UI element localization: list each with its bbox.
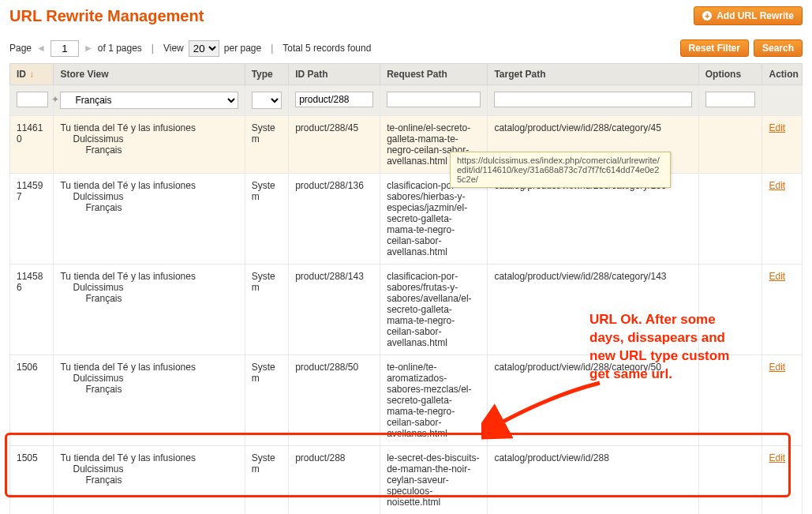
col-id-path[interactable]: ID Path [289,64,380,85]
filter-store-view-select[interactable]: Français [60,92,238,109]
cell-action: Edit [762,174,803,265]
col-type[interactable]: Type [245,64,288,85]
store-lvl1: Tu tienda del Té y las infusiones [60,180,238,191]
store-lvl3: Français [60,293,238,304]
filter-type-select[interactable] [252,92,282,109]
annotation-highlight-box [5,433,791,497]
pages-total: of 1 pages [98,43,142,54]
store-lvl2: Dulcissimus [60,191,238,202]
col-request-path[interactable]: Request Path [380,64,488,85]
total-records: Total 5 records found [283,43,371,54]
cell-options [698,116,762,174]
cell-store-view: Tu tienda del Té y las infusiones Dulcis… [54,174,245,265]
sort-desc-icon: ↓ [29,69,34,80]
store-lvl1: Tu tienda del Té y las infusiones [60,362,238,373]
filter-request-path-input[interactable] [387,92,481,107]
cell-id-path: product/288/136 [289,174,380,265]
cell-type: System [245,174,288,265]
tooltip: https://dulcissimus.es/index.php/comerci… [450,152,671,188]
cell-id: 114597 [10,174,54,265]
per-page-label: per page [224,43,261,54]
cell-type: System [245,265,288,355]
search-button[interactable]: Search [754,39,803,57]
edit-link[interactable]: Edit [769,271,785,282]
cell-action: Edit [762,265,803,355]
range-icon[interactable]: ✦ [51,94,59,105]
cell-action: Edit [762,116,803,174]
store-lvl1: Tu tienda del Té y las infusiones [60,122,238,133]
page-title: URL Rewrite Management [9,7,204,25]
cell-id-path: product/288/45 [289,116,380,174]
filter-target-path-input[interactable] [494,92,691,107]
add-button-label: Add URL Rewrite [717,10,794,21]
store-lvl1: Tu tienda del Té y las infusiones [60,271,238,282]
cell-type: System [245,116,288,174]
table-row[interactable]: 114610 Tu tienda del Té y las infusiones… [10,116,803,174]
col-options[interactable]: Options [698,64,762,85]
col-id[interactable]: ID↓ [10,64,54,85]
cell-id-path: product/288/143 [289,265,380,355]
page-label: Page [9,43,32,54]
grid-toolbar: Page ◄ ► of 1 pages | View 20 per page |… [9,39,803,57]
view-label: View [163,43,184,54]
prev-page-icon[interactable]: ◄ [36,43,46,54]
filter-options-input[interactable] [705,92,756,107]
cell-options [698,174,762,265]
store-lvl2: Dulcissimus [60,373,238,384]
store-lvl3: Français [60,144,238,156]
filter-id-path-input[interactable] [295,92,373,107]
store-lvl3: Français [60,384,238,395]
store-lvl2: Dulcissimus [60,282,238,293]
table-row[interactable]: 114597 Tu tienda del Té y las infusiones… [10,174,803,265]
cell-id: 114586 [10,265,54,355]
store-lvl2: Dulcissimus [60,133,238,144]
plus-icon: + [702,11,712,21]
filter-id-input[interactable] [17,92,48,107]
edit-link[interactable]: Edit [769,180,785,191]
next-page-icon[interactable]: ► [84,43,93,54]
cell-store-view: Tu tienda del Té y las infusiones Dulcis… [54,265,245,355]
store-lvl3: Français [60,202,238,213]
annotation-text: URL Ok. After some days, dissapears and … [589,311,729,384]
cell-store-view: Tu tienda del Té y las infusiones Dulcis… [54,116,245,174]
edit-link[interactable]: Edit [769,362,785,373]
page-input[interactable] [51,40,79,57]
cell-id: 114610 [10,116,54,174]
edit-link[interactable]: Edit [769,122,785,133]
add-url-rewrite-button[interactable]: + Add URL Rewrite [694,6,803,25]
annotation-arrow-icon [481,379,608,442]
reset-filter-button[interactable]: Reset Filter [680,39,749,57]
per-page-select[interactable]: 20 [189,40,219,57]
col-target-path[interactable]: Target Path [488,64,698,85]
col-store-view[interactable]: Store View [54,64,245,85]
cell-request-path: clasificacion-por-sabores/frutas-y-sabor… [380,265,488,355]
col-action: Action [762,64,803,85]
